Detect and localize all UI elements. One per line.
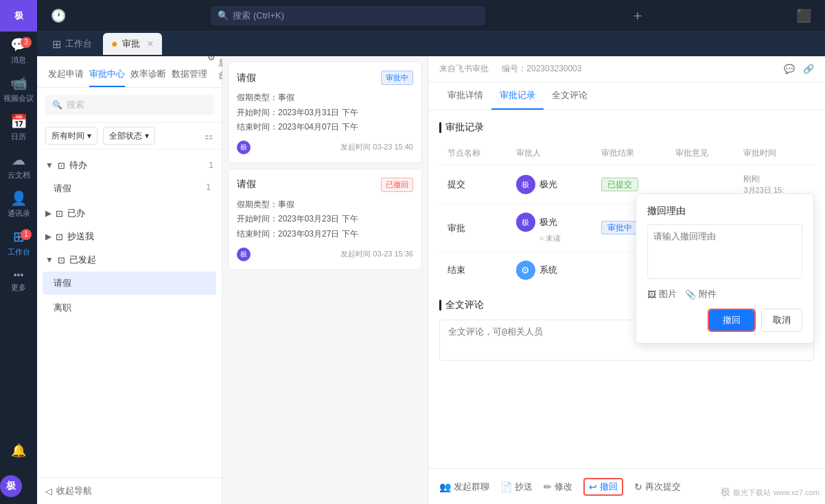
sidebar-item-contacts[interactable]: 👤 通讯录 xyxy=(0,185,37,224)
status-filter-label: 全部状态 xyxy=(109,130,142,142)
sidebar-item-more[interactable]: ••• 更多 xyxy=(0,262,37,300)
approver-submit: 极 极光 xyxy=(508,165,593,204)
action-resubmit[interactable]: ↻ 再次提交 xyxy=(634,481,681,493)
edit-icon: ✏ xyxy=(544,481,552,492)
attach-upload-tool[interactable]: 📎 附件 xyxy=(685,288,717,300)
tab-detail[interactable]: 审批详情 xyxy=(439,82,491,110)
sidebar-label-cloud: 云文档 xyxy=(8,170,30,180)
list-item-leave-pending[interactable]: 请假 1 xyxy=(43,177,216,200)
sidebar-item-message[interactable]: 3 💬 消息 xyxy=(0,32,37,70)
card1-info: 假期类型：事假 开始时间：2023年03月31日 下午 结束时间：2023年04… xyxy=(237,91,413,135)
time-filter-label: 所有时间 xyxy=(51,130,84,142)
sidebar-bottom: 🔔 极 xyxy=(0,431,37,504)
screen-share-icon[interactable]: ⬛ xyxy=(789,8,818,23)
search-bar[interactable]: 🔍 搜索 (Ctrl+K) xyxy=(211,6,485,25)
right-panel-wrapper: 来自飞书审批 编号：202303230003 💬 🔗 审批详情 审批记录 全文评… xyxy=(428,56,825,504)
more-icon: ••• xyxy=(14,269,24,280)
tab-workspace[interactable]: ⊞ 工作台 xyxy=(44,33,100,55)
approver-avatar-approve: 极 xyxy=(516,213,535,232)
nav-tab-data[interactable]: 数据管理 xyxy=(172,62,207,87)
group-pending: ▼ ⊡ 待办 1 请假 1 xyxy=(43,155,216,200)
action-cc-label: 抄送 xyxy=(515,481,533,493)
card1-avatar: 极 xyxy=(237,141,251,154)
app-logo[interactable]: 极 xyxy=(0,0,37,32)
nav-tab-center[interactable]: 审批中心 xyxy=(89,62,125,87)
tab-full-comment[interactable]: 全文评论 xyxy=(544,82,596,110)
list-area: ▼ ⊡ 待办 1 请假 1 ▶ ⊡ 已办 xyxy=(37,149,222,477)
card1-badge: 审批中 xyxy=(381,71,413,85)
revoke-confirm-highlight: 撤回 xyxy=(708,309,756,332)
right-tabs: 审批详情 审批记录 全文评论 xyxy=(428,82,825,110)
watermark-text: 极光下载站 xyxy=(733,488,771,498)
tab-record[interactable]: 审批记录 xyxy=(491,82,544,110)
action-group-chat[interactable]: 👥 发起群聊 xyxy=(439,481,489,493)
settings-small-icon: ⚙ xyxy=(207,56,216,62)
time-filter-button[interactable]: 所有时间 ▾ xyxy=(45,127,97,145)
col-result: 审批结果 xyxy=(593,142,667,165)
list-search-input[interactable]: 🔍 搜索 xyxy=(45,95,213,115)
image-upload-tool[interactable]: 🖼 图片 xyxy=(647,288,677,300)
comment-line-decoration xyxy=(439,300,441,311)
list-item-resign[interactable]: 离职 xyxy=(43,296,216,320)
nav-tab-submit[interactable]: 发起申请 xyxy=(48,62,84,87)
status-filter-button[interactable]: 全部状态 ▾ xyxy=(103,127,155,145)
group-done-header[interactable]: ▶ ⊡ 已办 xyxy=(43,203,216,224)
tab-approval[interactable]: ● 审批 ✕ xyxy=(103,33,162,55)
sidebar-item-meeting[interactable]: 📹 视频会议 xyxy=(0,70,37,108)
group-cc-icon: ⊡ xyxy=(56,232,63,242)
close-tab-button[interactable]: ✕ xyxy=(147,39,154,49)
confirm-revoke-button[interactable]: 撤回 xyxy=(709,310,754,331)
cancel-revoke-button[interactable]: 取消 xyxy=(761,309,802,332)
time-filter-arrow: ▾ xyxy=(87,131,91,141)
notify-icon: 🔔 xyxy=(11,443,26,458)
watermark-url: www.xz7.com xyxy=(774,488,820,496)
col-time: 审批时间 xyxy=(735,142,814,165)
sidebar-item-workspace[interactable]: 1 ⊞ 工作台 xyxy=(0,224,37,262)
revoke-reason-input[interactable] xyxy=(647,224,802,279)
tab-workspace-label: 工作台 xyxy=(65,38,92,50)
revoke-action-highlight: ↩ 撤回 xyxy=(583,478,623,496)
card2-footer: 极 发起时间 03-23 15:36 xyxy=(237,248,413,261)
approval-card-2[interactable]: 请假 已撤回 假期类型：事假 开始时间：2023年03月23日 下午 结束时间：… xyxy=(228,169,422,270)
image-label: 图片 xyxy=(659,288,677,300)
col-opinion: 审批意见 xyxy=(667,142,736,165)
action-resubmit-label: 再次提交 xyxy=(645,481,681,493)
group-pending-icon: ⊡ xyxy=(58,160,65,171)
approval-card-1[interactable]: 请假 审批中 假期类型：事假 开始时间：2023年03月31日 下午 结束时间：… xyxy=(228,62,422,163)
sidebar-item-calendar[interactable]: 📅 日历 xyxy=(0,108,37,147)
list-search-placeholder: 搜索 xyxy=(67,99,84,111)
action-revoke[interactable]: ↩ 撤回 xyxy=(589,481,618,493)
collapse-nav-button[interactable]: ◁ 收起导航 xyxy=(37,477,222,504)
calendar-icon: 📅 xyxy=(10,113,27,130)
attach-icon: 📎 xyxy=(685,289,696,300)
nav-tab-efficiency[interactable]: 效率诊断 xyxy=(130,62,166,87)
action-cc[interactable]: 📄 抄送 xyxy=(500,481,533,493)
avatar[interactable]: 极 xyxy=(0,475,22,497)
left-panel: 发起申请 审批中心 效率诊断 数据管理 ⚙ 管理后台 ↻ ⚙ ⤢ 🔍 xyxy=(37,56,222,504)
filter-sort-icon[interactable]: ⚏ xyxy=(205,130,213,141)
comment-icon[interactable]: 💬 xyxy=(784,64,795,74)
resubmit-icon: ↻ xyxy=(634,481,642,492)
revoke-tools: 🖼 图片 📎 附件 xyxy=(647,288,802,300)
approver-approve: 极 极光 ○ 未读 xyxy=(508,204,593,252)
history-icon[interactable]: 🕐 xyxy=(44,8,73,23)
unread-tag: ○ 未读 xyxy=(539,233,561,243)
card1-title: 请假 xyxy=(237,72,256,84)
card2-badge: 已撤回 xyxy=(381,178,413,192)
card1-footer: 极 发起时间 03-23 15:40 xyxy=(237,141,413,154)
approver-avatar-submit: 极 xyxy=(516,175,535,194)
watermark: 极 极光下载站 www.xz7.com xyxy=(721,486,820,499)
sidebar-label-meeting: 视频会议 xyxy=(3,93,34,104)
list-item-leave-initiated[interactable]: 请假 xyxy=(43,272,216,295)
sidebar-notify[interactable]: 🔔 xyxy=(0,431,37,470)
header-icons: 💬 🔗 xyxy=(784,64,814,74)
group-initiated-header[interactable]: ▼ ⊡ 已发起 xyxy=(43,250,216,270)
watermark-logo: 极 xyxy=(721,486,730,499)
sidebar-item-cloud[interactable]: ☁ 云文档 xyxy=(0,147,37,185)
group-cc-label: 抄送我 xyxy=(67,230,94,243)
group-cc-header[interactable]: ▶ ⊡ 抄送我 xyxy=(43,226,216,247)
group-pending-header[interactable]: ▼ ⊡ 待办 1 xyxy=(43,155,216,176)
link-icon[interactable]: 🔗 xyxy=(803,64,814,74)
add-tab-button[interactable]: ＋ xyxy=(624,6,651,25)
action-edit[interactable]: ✏ 修改 xyxy=(544,481,572,493)
